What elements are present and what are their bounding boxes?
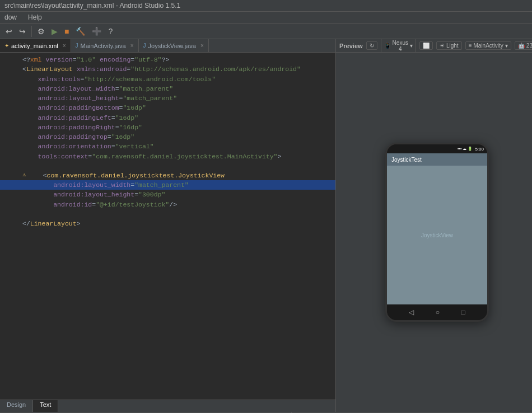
tab-joystickview-java[interactable]: J JoystickView.java ×: [139, 39, 209, 52]
code-line-5: android:layout_height="match_parent": [0, 93, 335, 103]
line-number: [2, 113, 18, 123]
tab-close-java2[interactable]: ×: [200, 43, 204, 49]
editor-area: ✦ activity_main.xml × J MainActivity.jav…: [0, 39, 336, 412]
java-icon-1: J: [76, 43, 78, 49]
phone-joystick-view: JoystickView: [387, 166, 487, 304]
code-line-17: [0, 209, 335, 219]
preview-title: Preview: [339, 43, 363, 49]
code-line-2: <LinearLayout xmlns:android="http://sche…: [0, 64, 335, 74]
code-line-11: tools:context="com.ravensoft.daniel.joys…: [0, 152, 335, 161]
code-line-4: android:layout_width="match_parent": [0, 84, 335, 93]
activity-icon: ≡: [469, 43, 472, 49]
tab-label-java2: JoystickView.java: [148, 43, 196, 49]
nexus-label: Nexus 4: [393, 40, 408, 52]
line-number: [2, 55, 18, 64]
api-icon: 🤖: [518, 43, 525, 49]
tab-close-java1[interactable]: ×: [130, 43, 134, 49]
toolbar-separator: [31, 26, 32, 37]
code-line-7: android:paddingLeft="16dp": [0, 113, 335, 123]
line-number: [2, 219, 18, 228]
line-number: [2, 200, 18, 209]
line-number: [2, 171, 18, 180]
app-title: JoystickTest: [391, 157, 422, 163]
line-number: [2, 123, 18, 132]
tab-design[interactable]: Design: [0, 400, 33, 412]
tab-label-xml: activity_main.xml: [11, 43, 58, 49]
joystick-view-label: JoystickView: [421, 232, 453, 238]
title-text: src\main\res\layout\activity_main.xml - …: [4, 2, 180, 10]
preview-header: Preview ↻ 📱 Nexus 4 ▾ ⬜ ☀ Light ≡ MainAc…: [336, 39, 532, 53]
code-content: android:layout_width="match_parent": [22, 180, 333, 190]
nexus-selector-button[interactable]: 📱 Nexus 4 ▾: [381, 39, 416, 53]
phone-status-bar: ▪▪▪ ☁ 🔋 5:00: [387, 144, 487, 153]
toolbar: ↩ ↪ ⚙ ▶ ■ 🔨 ➕ ?: [0, 24, 532, 39]
menu-bar: dow Help: [0, 12, 532, 24]
code-content: [22, 161, 333, 171]
title-bar: src\main\res\layout\activity_main.xml - …: [0, 0, 532, 12]
stop-button[interactable]: ■: [62, 26, 71, 36]
code-line-3: xmlns:tools="http://schemas.android.com/…: [0, 74, 335, 84]
code-content: </LinearLayout>: [22, 219, 333, 228]
code-line-16: android:id="@+id/testJoystick"/>: [0, 200, 335, 209]
code-content: android:paddingBottom="16dp": [22, 103, 333, 112]
tab-text[interactable]: Text: [33, 400, 58, 412]
light-label: Light: [446, 43, 459, 49]
code-content: android:orientation="vertical": [22, 142, 333, 151]
nexus-icon: 📱: [384, 43, 391, 49]
light-theme-button[interactable]: ☀ Light: [436, 41, 462, 50]
main-activity-button[interactable]: ≡ MainActivity ▾: [465, 41, 511, 50]
redo-button[interactable]: ↪: [17, 26, 28, 36]
tab-close-xml[interactable]: ×: [63, 43, 66, 49]
phone-screen: JoystickTest JoystickView: [387, 153, 487, 304]
menu-help[interactable]: Help: [26, 13, 44, 22]
line-number: [2, 180, 18, 190]
tab-activity-main-xml[interactable]: ✦ activity_main.xml ×: [0, 39, 71, 52]
api-label: 23: [526, 43, 532, 49]
code-content: android:layout_height="300dp": [22, 190, 333, 199]
code-line-10: android:orientation="vertical": [0, 142, 335, 151]
help-icon-btn[interactable]: ?: [106, 26, 115, 36]
line-number: [2, 161, 18, 171]
code-content: [22, 209, 333, 219]
undo-button[interactable]: ↩: [3, 26, 15, 36]
recents-button[interactable]: □: [461, 308, 465, 316]
build-button[interactable]: 🔨: [73, 26, 87, 36]
code-content: android:paddingRight="16dp": [22, 123, 333, 132]
line-number: [2, 190, 18, 199]
code-line-15: android:layout_height="300dp": [0, 190, 335, 199]
code-content: android:layout_height="match_parent": [22, 93, 333, 103]
code-line-1: <?xml version="1.0" encoding="utf-8"?>: [0, 55, 335, 64]
api-selector-button[interactable]: 🤖 23 ▾: [515, 41, 532, 50]
bottom-tabs: Design Text: [0, 400, 335, 412]
code-content: android:id="@+id/testJoystick"/>: [22, 200, 333, 209]
home-button[interactable]: ○: [436, 308, 440, 316]
tab-main-activity-java[interactable]: J MainActivity.java ×: [71, 39, 139, 52]
line-number: [2, 142, 18, 151]
menu-dow[interactable]: dow: [2, 13, 19, 22]
code-content: android:paddingTop="16dp": [22, 132, 333, 142]
settings-button[interactable]: ⚙: [35, 26, 47, 36]
line-number: [2, 93, 18, 103]
preview-canvas: ▪▪▪ ☁ 🔋 5:00 JoystickTest JoystickView: [336, 53, 532, 412]
portrait-button[interactable]: ⬜: [419, 41, 433, 50]
back-button[interactable]: ◁: [409, 308, 414, 316]
run-button[interactable]: ▶: [49, 26, 60, 36]
phone-mockup: ▪▪▪ ☁ 🔋 5:00 JoystickTest JoystickView: [385, 143, 489, 322]
add-button[interactable]: ➕: [90, 26, 104, 36]
line-number: [2, 74, 18, 84]
line-number: [2, 64, 18, 74]
code-line-9: android:paddingTop="16dp": [0, 132, 335, 142]
code-content: <com.ravensoft.daniel.joysticktest.Joyst…: [27, 171, 333, 180]
line-number: [2, 132, 18, 142]
line-number: [2, 152, 18, 161]
code-editor[interactable]: <?xml version="1.0" encoding="utf-8"?> <…: [0, 53, 335, 400]
code-content: android:paddingLeft="16dp": [22, 113, 333, 123]
refresh-preview-button[interactable]: ↻: [366, 41, 377, 50]
code-line-18: </LinearLayout>: [0, 219, 335, 228]
activity-label: MainActivity: [473, 43, 503, 49]
code-content: <LinearLayout xmlns:android="http://sche…: [22, 64, 333, 74]
warning-icon: ⚠: [22, 171, 26, 180]
status-bar-text: ▪▪▪ ☁ 🔋: [458, 147, 473, 151]
light-icon: ☀: [440, 43, 445, 49]
code-content: <?xml version="1.0" encoding="utf-8"?>: [22, 55, 333, 64]
